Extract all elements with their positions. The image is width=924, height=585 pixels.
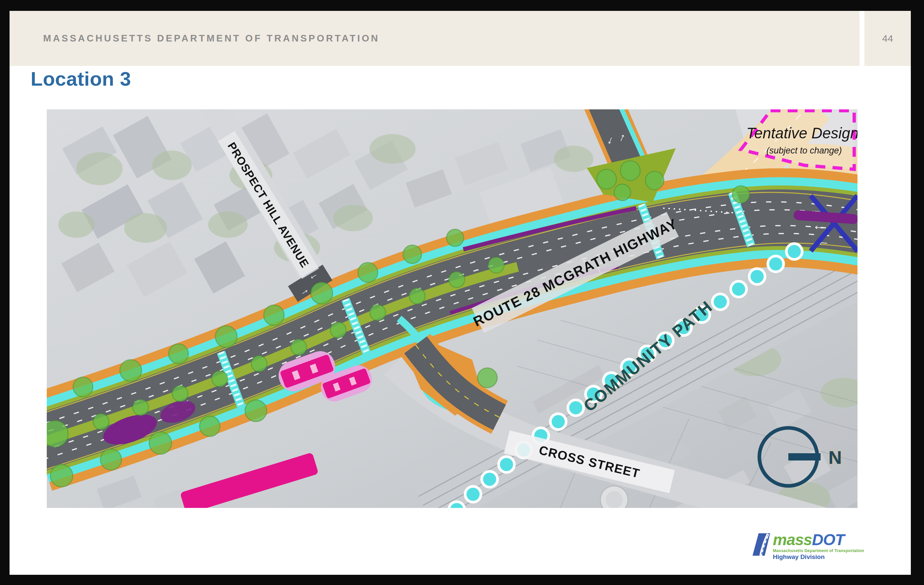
logo-dot: DOT	[812, 531, 844, 549]
slide: MASSACHUSETTS DEPARTMENT OF TRANSPORTATI…	[10, 11, 911, 575]
compass-north-label: N	[828, 447, 842, 468]
page-number-box: 44	[865, 11, 911, 66]
tentative-design-line2: (subject to change)	[766, 145, 842, 155]
header-title: MASSACHUSETTS DEPARTMENT OF TRANSPORTATI…	[43, 33, 380, 44]
massdot-logo: massDOT Massachusetts Department of Tran…	[751, 532, 864, 560]
page-number: 44	[882, 33, 893, 44]
design-map-svg: ↓ ↑ ↓ ↑ ← ← ← ↑ ↑	[47, 109, 858, 508]
tentative-design-line1: Tentative Design	[746, 124, 858, 142]
logo-mass: mass	[773, 531, 812, 549]
logo-wordmark: massDOT	[773, 532, 864, 548]
header-bar: MASSACHUSETTS DEPARTMENT OF TRANSPORTATI…	[10, 11, 860, 66]
water-tank	[600, 486, 628, 508]
design-map: ↓ ↑ ↓ ↑ ← ← ← ↑ ↑	[47, 109, 858, 508]
logo-tagline: Massachusetts Department of Transportati…	[773, 549, 864, 553]
page-title: Location 3	[31, 68, 131, 90]
logo-division: Highway Division	[773, 554, 864, 560]
massdot-road-icon	[751, 532, 772, 557]
